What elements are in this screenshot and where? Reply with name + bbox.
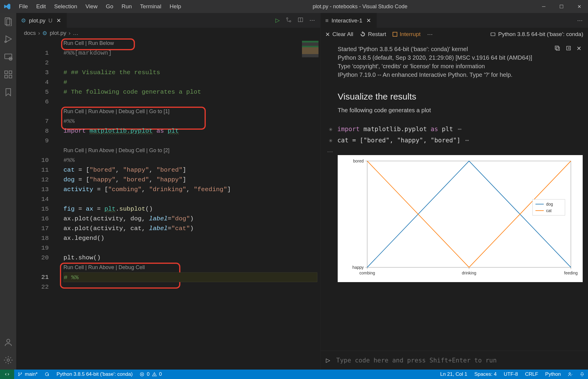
more-actions-icon[interactable]: ⋯ xyxy=(309,17,315,24)
expand-cell-icon[interactable]: ⋯ xyxy=(458,126,462,133)
minimap-thumbnail xyxy=(302,41,318,57)
vscode-logo-icon xyxy=(0,3,15,10)
menu-terminal[interactable]: Terminal xyxy=(136,3,166,10)
extensions-icon[interactable] xyxy=(3,69,14,80)
more-actions-icon[interactable]: ⋯ xyxy=(577,17,583,24)
clear-all-button[interactable]: ✕ Clear All xyxy=(325,31,353,38)
language-mode[interactable]: Python xyxy=(542,371,564,377)
menu-selection[interactable]: Selection xyxy=(50,3,81,10)
svg-rect-24 xyxy=(555,46,558,49)
menu-file[interactable]: File xyxy=(15,3,32,10)
breadcrumb[interactable]: docs › ⚙ plot.py › … xyxy=(16,28,320,38)
more-actions-icon[interactable]: ⋯ xyxy=(427,31,433,38)
maximize-button[interactable]: ☐ xyxy=(553,0,570,13)
line-number-gutter: 1 2 3 4 5 6 7 8 9 10 11 12 13 14 15 xyxy=(16,38,58,292)
interactive-output[interactable]: ✕ Started 'Python 3.8.5 64-bit ('base': … xyxy=(321,41,588,351)
explorer-icon[interactable] xyxy=(3,16,14,27)
kernel-info: Started 'Python 3.8.5 64-bit ('base': co… xyxy=(338,45,583,79)
codelens-run-cell[interactable]: Run Cell | Run Above | Debug Cell | Go t… xyxy=(63,146,317,155)
cell-status-icon: ✳ xyxy=(329,137,333,144)
minimap[interactable] xyxy=(294,38,320,370)
cell-more-icon[interactable]: ⋯ xyxy=(327,148,583,155)
tab-close-icon[interactable]: ✕ xyxy=(365,17,372,24)
svg-point-12 xyxy=(6,339,10,342)
svg-marker-2 xyxy=(6,36,12,42)
svg-point-49 xyxy=(154,375,154,375)
encoding[interactable]: UTF-8 xyxy=(500,371,521,377)
menu-go[interactable]: Go xyxy=(102,3,117,10)
cell-toolbar: ✕ xyxy=(554,45,582,53)
expand-cell-icon[interactable]: ⋯ xyxy=(465,137,469,144)
restart-button[interactable]: Restart xyxy=(360,31,386,38)
tab-label: plot.py xyxy=(29,17,45,24)
input-placeholder: Type code here and press Shift+Enter to … xyxy=(336,357,497,364)
svg-rect-11 xyxy=(9,75,12,78)
git-branch[interactable]: main* xyxy=(14,371,41,377)
svg-text:bored: bored xyxy=(353,159,364,163)
run-input-icon[interactable]: ▷ xyxy=(326,357,330,364)
tab-interactive[interactable]: ≡ Interactive-1 ✕ xyxy=(321,13,377,28)
menu-bar: File Edit Selection View Go Run Terminal… xyxy=(15,3,185,10)
svg-text:feeding: feeding xyxy=(564,271,578,275)
interrupt-button[interactable]: Interrupt xyxy=(393,31,421,38)
cursor-position[interactable]: Ln 21, Col 1 xyxy=(437,371,471,377)
delete-cell-icon[interactable]: ✕ xyxy=(576,45,582,53)
code-editor[interactable]: 1 2 3 4 5 6 7 8 9 10 11 12 13 14 15 xyxy=(16,38,320,370)
bookmark-icon[interactable] xyxy=(3,87,14,97)
codelens-run-cell[interactable]: Run Cell | Run Below xyxy=(63,38,317,48)
svg-point-50 xyxy=(569,373,570,374)
executed-cell[interactable]: ✳ import matplotlib.pyplot as plt ⋯ xyxy=(329,126,583,133)
interactive-input[interactable]: ▷ Type code here and press Shift+Enter t… xyxy=(321,351,588,370)
breadcrumb-file[interactable]: plot.py xyxy=(50,30,66,36)
menu-edit[interactable]: Edit xyxy=(32,3,50,10)
svg-point-13 xyxy=(7,359,9,361)
title-bar: File Edit Selection View Go Run Terminal… xyxy=(0,0,588,13)
settings-gear-icon[interactable] xyxy=(3,355,14,365)
interactive-toolbar: ✕ Clear All Restart Interrupt ⋯ Python 3… xyxy=(321,28,588,41)
cell-status-icon: ✳ xyxy=(329,126,333,133)
problems-indicator[interactable]: 0 0 xyxy=(136,371,165,377)
breadcrumb-tail: … xyxy=(73,30,79,36)
window-title: plot.py - notebooks - Visual Studio Code xyxy=(185,4,535,10)
tab-close-icon[interactable]: ✕ xyxy=(55,17,62,24)
close-button[interactable]: ✕ xyxy=(570,0,588,13)
svg-rect-8 xyxy=(5,71,7,74)
split-editor-icon[interactable] xyxy=(298,17,303,24)
codelens-run-cell[interactable]: Run Cell | Run Above | Debug Cell xyxy=(63,263,317,272)
editor-tabs: ⚙ plot.py U ✕ ▷ ⋯ xyxy=(16,13,320,28)
menu-view[interactable]: View xyxy=(81,3,102,10)
run-cell-icon[interactable]: ▷ xyxy=(275,17,280,24)
python-file-icon: ⚙ xyxy=(42,30,47,37)
remote-indicator[interactable] xyxy=(0,370,14,379)
notifications-icon[interactable] xyxy=(576,371,588,377)
menu-help[interactable]: Help xyxy=(165,3,185,10)
run-debug-icon[interactable] xyxy=(3,34,14,44)
code-lines[interactable]: Run Cell | Run Below #%%[markdown] # ## … xyxy=(63,38,317,292)
svg-rect-23 xyxy=(556,47,559,50)
chevron-right-icon: › xyxy=(38,30,40,36)
tab-plot-py[interactable]: ⚙ plot.py U ✕ xyxy=(16,13,67,28)
executed-cell[interactable]: ✳ cat = ["bored", "happy", "bored"] ⋯ xyxy=(329,137,583,144)
svg-rect-10 xyxy=(5,75,7,78)
kernel-selector[interactable]: Python 3.8.5 64-bit ('base': conda) xyxy=(490,31,583,38)
svg-rect-18 xyxy=(491,33,495,36)
remote-explorer-icon[interactable] xyxy=(3,51,14,62)
editor-pane: ⚙ plot.py U ✕ ▷ ⋯ docs › ⚙ plot.py › … xyxy=(16,13,320,370)
interpreter-selector[interactable]: Python 3.8.5 64-bit ('base': conda) xyxy=(53,371,136,377)
feedback-icon[interactable] xyxy=(564,371,576,377)
copy-icon[interactable] xyxy=(554,45,561,53)
minimize-button[interactable]: ─ xyxy=(535,0,553,13)
breadcrumb-folder[interactable]: docs xyxy=(24,30,36,36)
menu-run[interactable]: Run xyxy=(117,3,136,10)
eol[interactable]: CRLF xyxy=(522,371,542,377)
interactive-pane: ≡ Interactive-1 ✕ ⋯ ✕ Clear All Restart … xyxy=(320,13,588,370)
sync-button[interactable] xyxy=(41,372,53,377)
compare-changes-icon[interactable] xyxy=(286,17,292,24)
indentation[interactable]: Spaces: 4 xyxy=(471,371,500,377)
interactive-window-icon: ≡ xyxy=(325,17,329,24)
accounts-icon[interactable] xyxy=(3,337,14,348)
goto-code-icon[interactable] xyxy=(565,45,572,53)
codelens-run-cell[interactable]: Run Cell | Run Above | Debug Cell | Go t… xyxy=(63,107,317,116)
svg-rect-25 xyxy=(567,46,571,50)
svg-text:combing: combing xyxy=(360,271,375,275)
